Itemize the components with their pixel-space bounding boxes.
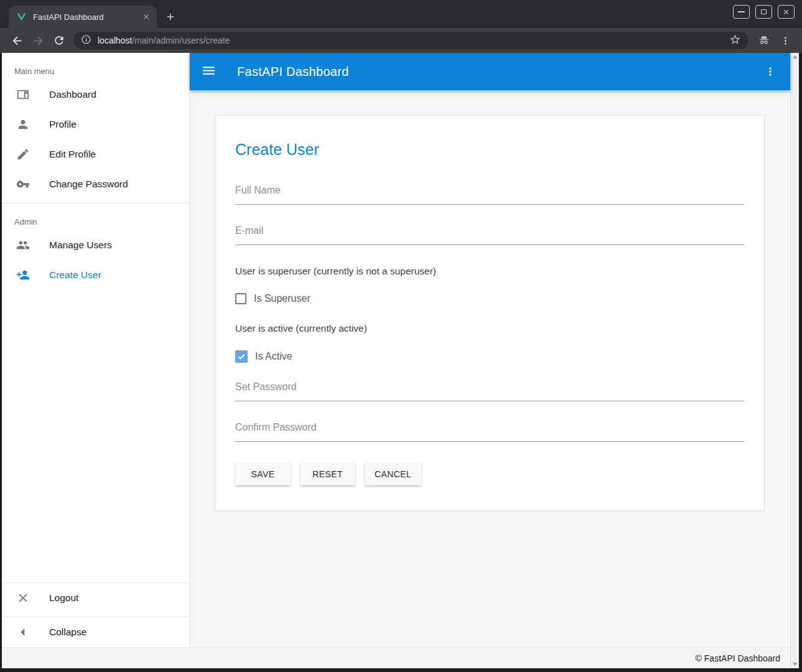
- cancel-button[interactable]: CANCEL: [365, 462, 421, 485]
- is-superuser-label: Is Superuser: [254, 293, 310, 304]
- chevron-left-icon: [16, 625, 30, 639]
- email-input[interactable]: [235, 225, 744, 245]
- minimize-icon: [738, 11, 745, 12]
- checkmark-icon: [236, 352, 246, 362]
- appbar-kebab-menu-icon[interactable]: [762, 63, 779, 80]
- maximize-button[interactable]: [755, 5, 772, 19]
- maximize-icon: [761, 9, 767, 14]
- is-active-checkbox-row[interactable]: Is Active: [235, 350, 744, 363]
- tab-close-icon[interactable]: [141, 11, 152, 22]
- sidebar: Main menu Dashboard Profile: [2, 53, 190, 647]
- incognito-icon: [753, 30, 775, 51]
- is-active-checkbox[interactable]: [235, 350, 248, 363]
- main-area: FastAPI Dashboard Create User: [190, 53, 790, 647]
- save-button[interactable]: SAVE: [235, 462, 291, 485]
- close-icon: [16, 591, 30, 605]
- dashboard-icon: [16, 88, 30, 101]
- scroll-up-icon[interactable]: [793, 55, 798, 58]
- forward-icon[interactable]: [27, 30, 49, 51]
- sidebar-item-logout[interactable]: Logout: [2, 583, 189, 613]
- scroll-down-icon[interactable]: [793, 663, 798, 666]
- sidebar-item-profile[interactable]: Profile: [2, 110, 189, 139]
- browser-tab-bar: FastAPI Dashboard: [0, 0, 802, 28]
- window-controls: [733, 5, 795, 19]
- close-window-icon: [782, 8, 790, 16]
- sidebar-section-main-menu: Main menu: [2, 53, 189, 80]
- sidebar-item-change-password[interactable]: Change Password: [2, 169, 189, 199]
- set-password-input[interactable]: [235, 381, 744, 401]
- sidebar-item-manage-users[interactable]: Manage Users: [2, 230, 189, 260]
- app-page: Main menu Dashboard Profile: [2, 53, 790, 668]
- minimize-button[interactable]: [733, 5, 750, 19]
- bookmark-star-icon[interactable]: [729, 34, 741, 48]
- vue-logo-icon: [16, 12, 27, 22]
- people-icon: [16, 238, 30, 252]
- reload-icon[interactable]: [49, 30, 70, 51]
- sidebar-item-edit-profile[interactable]: Edit Profile: [2, 139, 189, 169]
- superuser-note: User is superuser (currently is not a su…: [235, 266, 744, 277]
- tab-title: FastAPI Dashboard: [33, 12, 141, 22]
- person-add-icon: [16, 268, 30, 282]
- sidebar-item-dashboard[interactable]: Dashboard: [2, 80, 189, 110]
- site-info-icon[interactable]: [81, 34, 91, 47]
- sidebar-item-label: Dashboard: [49, 89, 96, 100]
- create-user-card: Create User User is superuser (currently…: [215, 115, 765, 511]
- is-superuser-checkbox[interactable]: [235, 293, 246, 304]
- sidebar-item-collapse[interactable]: Collapse: [2, 617, 189, 647]
- copyright-text: © FastAPI Dashboard: [696, 653, 780, 663]
- new-tab-icon[interactable]: [162, 8, 179, 26]
- page-title: Create User: [235, 141, 744, 159]
- browser-tab[interactable]: FastAPI Dashboard: [9, 6, 157, 28]
- full-name-input[interactable]: [235, 185, 744, 205]
- appbar-title: FastAPI Dashboard: [237, 65, 349, 79]
- key-icon: [16, 177, 30, 191]
- is-superuser-checkbox-row[interactable]: Is Superuser: [235, 293, 744, 304]
- sidebar-section-admin: Admin: [2, 203, 189, 230]
- page-scrollbar[interactable]: [790, 53, 799, 668]
- browser-window: FastAPI Dashboard: [0, 0, 802, 672]
- url-text[interactable]: localhost/main/admin/users/create: [98, 35, 729, 45]
- confirm-password-input[interactable]: [235, 422, 744, 442]
- sidebar-item-label: Logout: [49, 592, 78, 604]
- is-active-label: Is Active: [255, 351, 292, 362]
- app-footer: © FastAPI Dashboard: [2, 647, 790, 668]
- sidebar-item-label: Profile: [49, 119, 77, 130]
- active-note: User is active (currently active): [235, 323, 744, 334]
- hamburger-menu-icon[interactable]: [201, 63, 217, 81]
- content-area: Create User User is superuser (currently…: [190, 90, 790, 647]
- sidebar-item-create-user[interactable]: Create User: [2, 260, 189, 290]
- url-bar[interactable]: localhost/main/admin/users/create: [73, 32, 748, 49]
- reset-button[interactable]: RESET: [300, 462, 355, 485]
- form-actions: SAVE RESET CANCEL: [235, 462, 744, 485]
- app-bar: FastAPI Dashboard: [190, 53, 790, 90]
- person-icon: [16, 118, 30, 131]
- browser-menu-icon[interactable]: [775, 30, 796, 51]
- sidebar-item-label: Change Password: [49, 179, 128, 190]
- sidebar-item-label: Create User: [49, 269, 101, 281]
- back-icon[interactable]: [6, 30, 27, 51]
- sidebar-item-label: Edit Profile: [49, 149, 96, 160]
- close-window-button[interactable]: [778, 5, 795, 19]
- browser-toolbar: localhost/main/admin/users/create: [0, 28, 802, 53]
- sidebar-item-label: Collapse: [49, 627, 86, 638]
- sidebar-item-label: Manage Users: [49, 240, 112, 251]
- pencil-icon: [16, 147, 30, 161]
